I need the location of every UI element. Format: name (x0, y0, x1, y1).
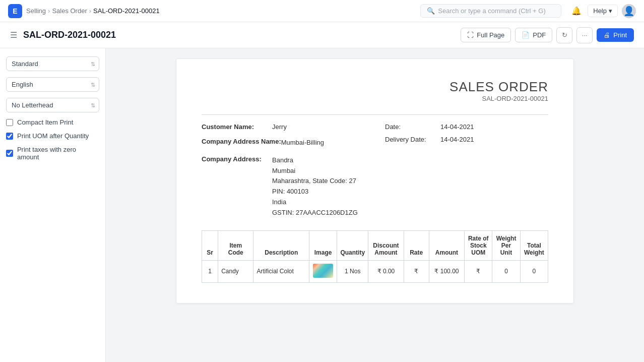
doc-title: SALES ORDER (202, 79, 548, 95)
language-select[interactable]: English (6, 77, 99, 92)
print-taxes-label: Print taxes with zero amount (17, 146, 99, 161)
full-page-button[interactable]: ⛶ Full Page (461, 28, 511, 42)
header-actions: ⛶ Full Page 📄 PDF ↻ ··· 🖨 Print (461, 27, 634, 43)
topnav: E Selling › Sales Order › SAL-ORD-2021-0… (0, 0, 644, 22)
delivery-date-label: Delivery Date: (385, 136, 440, 143)
page-title: SAL-ORD-2021-00021 (23, 30, 116, 40)
refresh-icon: ↻ (562, 31, 567, 39)
print-uom-row: Print UOM after Quantity (6, 132, 99, 140)
pdf-icon: 📄 (522, 31, 530, 39)
table-cell-amount: ₹ 100.00 (429, 260, 464, 282)
col-header-discount: Discount Amount (368, 230, 404, 260)
breadcrumb-sales-order[interactable]: Sales Order (52, 7, 87, 15)
table-header-row: Sr Item Code Description Image Quantity … (202, 230, 548, 260)
breadcrumb-current: SAL-ORD-2021-00021 (93, 7, 160, 15)
pdf-button[interactable]: 📄 PDF (515, 28, 552, 42)
help-button[interactable]: Help ▾ (588, 5, 618, 17)
print-uom-checkbox[interactable] (6, 133, 13, 140)
print-button[interactable]: 🖨 Print (597, 28, 634, 42)
delivery-date-value: 14-04-2021 (440, 136, 474, 143)
company-address-name-row: Company Address Name: Mumbai-Billing (202, 138, 375, 148)
letterhead-select-wrapper: No Letterhead (6, 98, 99, 112)
col-header-item-code: Item Code (218, 230, 253, 260)
letterhead-select[interactable]: No Letterhead (6, 98, 99, 112)
info-grid: Customer Name: Jerry Company Address Nam… (202, 123, 548, 218)
info-left: Customer Name: Jerry Company Address Nam… (202, 123, 375, 218)
sidebar: Standard English No Letterhead Compact I… (0, 48, 106, 362)
template-select[interactable]: Standard (6, 56, 99, 71)
customer-label: Customer Name: (202, 123, 272, 131)
full-page-icon: ⛶ (467, 31, 474, 39)
customer-value: Jerry (272, 123, 287, 131)
table-cell-weight-per-unit: 0 (492, 260, 520, 282)
table-cell-total-weight: 0 (520, 260, 548, 282)
print-uom-label: Print UOM after Quantity (17, 132, 89, 140)
table-cell-discount: ₹ 0.00 (368, 260, 404, 282)
table-cell-description: Artificial Colot (253, 260, 309, 282)
items-table: Sr Item Code Description Image Quantity … (202, 230, 548, 283)
col-header-description: Description (253, 230, 309, 260)
notification-icon[interactable]: 🔔 (569, 4, 584, 18)
compact-item-print-label: Compact Item Print (17, 118, 73, 126)
help-label: Help (593, 7, 607, 15)
table-row: 1 Candy Artificial Colot 1 Nos ₹ 0.00 ₹ … (202, 260, 548, 282)
doc-number: SAL-ORD-2021-00021 (202, 95, 548, 102)
col-header-quantity: Quantity (337, 230, 368, 260)
doc-divider (202, 114, 548, 115)
delivery-date-row: Delivery Date: 14-04-2021 (385, 136, 548, 143)
table-cell-image (309, 260, 337, 282)
compact-item-print-row: Compact Item Print (6, 118, 99, 126)
table-cell-sr: 1 (202, 260, 218, 282)
company-address-name-label: Company Address Name: (202, 138, 281, 148)
page-header: ☰ SAL-ORD-2021-00021 ⛶ Full Page 📄 PDF ↻… (0, 22, 644, 48)
breadcrumb-sep-1: › (48, 7, 50, 15)
table-cell-rate: ₹ (404, 260, 429, 282)
company-address-value: Bandra Mumbai Maharashtra, State Code: 2… (272, 155, 358, 218)
col-header-rate: Rate (404, 230, 429, 260)
print-taxes-checkbox[interactable] (6, 150, 13, 157)
more-icon: ··· (582, 31, 588, 39)
avatar[interactable]: 👤 (622, 4, 636, 18)
date-value: 14-04-2021 (440, 123, 474, 131)
col-header-image: Image (309, 230, 337, 260)
table-cell-quantity: 1 Nos (337, 260, 368, 282)
chevron-down-icon: ▾ (609, 7, 612, 15)
hamburger-icon[interactable]: ☰ (10, 30, 17, 40)
breadcrumb-sep-2: › (89, 7, 91, 15)
app-logo[interactable]: E (8, 4, 22, 18)
main-content: SALES ORDER SAL-ORD-2021-00021 Customer … (106, 48, 644, 362)
document: SALES ORDER SAL-ORD-2021-00021 Customer … (176, 58, 574, 304)
info-right: Date: 14-04-2021 Delivery Date: 14-04-20… (375, 123, 548, 218)
date-label: Date: (385, 123, 440, 131)
col-header-sr: Sr (202, 230, 218, 260)
table-cell-item-code: Candy (218, 260, 253, 282)
compact-item-print-checkbox[interactable] (6, 119, 13, 126)
item-image (313, 264, 333, 278)
company-address-name-value: Mumbai-Billing (281, 138, 324, 148)
col-header-rate-stock-uom: Rate of Stock UOM (465, 230, 492, 260)
company-address-row: Company Address: Bandra Mumbai Maharasht… (202, 155, 375, 218)
date-row: Date: 14-04-2021 (385, 123, 548, 131)
table-cell-rate-stock-uom: ₹ (465, 260, 492, 282)
topnav-actions: 🔔 Help ▾ 👤 (569, 4, 636, 18)
breadcrumb-selling[interactable]: Selling (26, 7, 46, 15)
layout: Standard English No Letterhead Compact I… (0, 48, 644, 362)
print-icon: 🖨 (604, 31, 610, 39)
search-bar[interactable]: 🔍 Search or type a command (Ctrl + G) (420, 4, 561, 18)
col-header-amount: Amount (429, 230, 464, 260)
language-select-wrapper: English (6, 77, 99, 92)
breadcrumb: Selling › Sales Order › SAL-ORD-2021-000… (26, 7, 160, 15)
refresh-button[interactable]: ↻ (556, 27, 572, 43)
col-header-total-weight: Total Weight (520, 230, 548, 260)
more-button[interactable]: ··· (576, 27, 593, 43)
col-header-weight-per-unit: Weight Per Unit (492, 230, 520, 260)
doc-header: SALES ORDER SAL-ORD-2021-00021 (202, 79, 548, 102)
search-icon: 🔍 (427, 7, 435, 15)
customer-row: Customer Name: Jerry (202, 123, 375, 131)
company-address-label: Company Address: (202, 155, 272, 218)
print-taxes-row: Print taxes with zero amount (6, 146, 99, 161)
search-placeholder: Search or type a command (Ctrl + G) (438, 7, 546, 15)
template-select-wrapper: Standard (6, 56, 99, 71)
